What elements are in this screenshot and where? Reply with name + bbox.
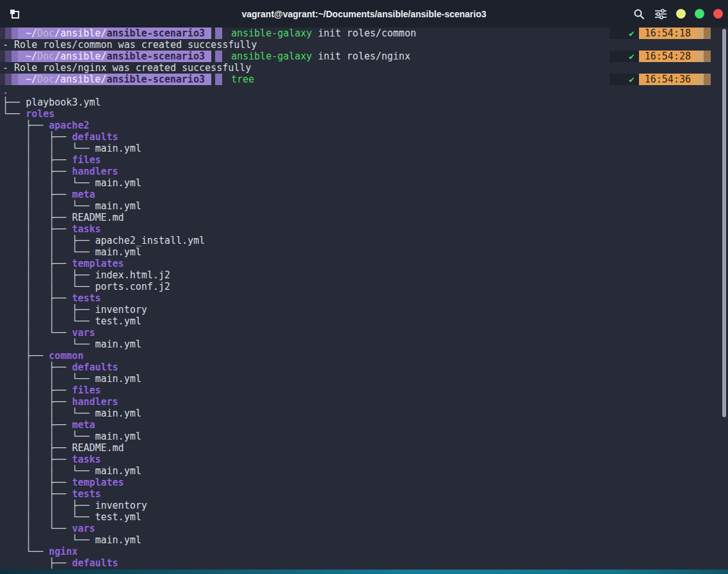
tree-entry-name: defaults (72, 362, 118, 373)
status-segment: ✔ (610, 28, 639, 39)
tree-row: └── roles (0, 108, 728, 120)
tree-entry-name: main.yml (95, 339, 142, 350)
command-line: tree (231, 74, 254, 85)
tree-row: │ └── main.yml (0, 339, 728, 350)
tree-entry-name: main.yml (95, 534, 142, 546)
tree-entry-name: templates (72, 477, 124, 488)
tree-row: │ ├── handlers (0, 396, 728, 408)
success-check-icon: ✔ (629, 74, 634, 85)
search-button[interactable] (628, 3, 650, 25)
tree-entry-name: roles (26, 108, 54, 120)
tree-entry-name: vars (72, 523, 95, 534)
tree-row: ├── apache2 (0, 120, 728, 131)
terminal-screen[interactable]: ~/Doc/ansible/ansible-scenario3 ansible-… (0, 28, 728, 570)
success-check-icon: ✔ (629, 28, 634, 39)
tree-entry-name: files (72, 154, 101, 166)
tree-entry-name: test.yml (95, 511, 142, 523)
tree-branch-glyphs: │ │ ├── (3, 269, 95, 281)
timestamp: 16:54:36 (639, 74, 697, 85)
tree-entry-name: defaults (72, 131, 118, 143)
window-title: vagrant@vagrant:~/Documents/ansible/ansi… (0, 9, 728, 19)
tree-row: │ └── main.yml (0, 534, 728, 546)
tree-branch-glyphs: │ ├── (3, 385, 72, 396)
tree-row: ├── playbook3.yml (0, 97, 728, 108)
tree-branch-glyphs: │ ├── (3, 212, 72, 223)
titlebar-actions (628, 0, 728, 28)
tree-branch-glyphs: │ ├── (3, 488, 72, 500)
tree-entry-name: playbook3.yml (26, 97, 101, 108)
tree-branch-glyphs: │ ├── (3, 454, 72, 465)
time-fade-segment (704, 51, 711, 62)
tree-row: │ ├── handlers (0, 166, 728, 177)
tree-row: │ │ ├── apache2_install.yml (0, 235, 728, 246)
tree-branch-glyphs: ├── (3, 557, 72, 569)
tree-row: │ ├── templates (0, 477, 728, 488)
tree-entry-name: inventory (95, 304, 147, 315)
command-line: ansible-galaxy init roles/common (231, 28, 416, 39)
tree-branch-glyphs: │ ├── (3, 442, 72, 454)
command-output-row: - Role roles/common was created successf… (0, 39, 728, 51)
tree-row: │ ├── tests (0, 292, 728, 304)
tree-row: │ │ └── main.yml (0, 246, 728, 258)
tree-branch-glyphs: │ │ └── (3, 465, 95, 477)
tree-row: └── nginx (0, 546, 728, 557)
command-args: init roles/common (312, 28, 416, 39)
prompt-right-status: ✔ 16:54:36 (610, 74, 711, 85)
scrollbar-thumb[interactable] (722, 29, 726, 417)
tree-row: │ │ └── main.yml (0, 465, 728, 477)
timestamp: 16:54:18 (639, 28, 697, 39)
tree-branch-glyphs: │ │ ├── (3, 235, 95, 246)
tree-branch-glyphs: │ │ ├── (3, 304, 95, 315)
tree-row: │ │ ├── inventory (0, 304, 728, 315)
tree-entry-name: templates (72, 258, 124, 269)
tree-branch-glyphs: ├── (3, 97, 26, 108)
tree-branch-glyphs: │ ├── (3, 396, 72, 408)
tree-entry-name: apache2_install.yml (95, 235, 206, 246)
prompt-fade-segment (5, 74, 12, 85)
tree-branch-glyphs: │ ├── (3, 189, 72, 200)
minimize-button[interactable] (676, 9, 686, 19)
time-fade-segment (697, 74, 704, 85)
tree-row: . (0, 85, 728, 97)
close-button[interactable] (713, 9, 723, 19)
prompt-path: ~/Doc/ansible/ansible-scenario3 (18, 74, 211, 85)
tree-row: │ ├── tests (0, 488, 728, 500)
tree-row: │ ├── tasks (0, 454, 728, 465)
tree-entry-name: test.yml (95, 315, 142, 327)
tree-branch-glyphs: │ ├── (3, 131, 72, 143)
tree-row: │ │ └── main.yml (0, 177, 728, 189)
preferences-button[interactable] (650, 3, 672, 25)
tree-row: │ │ ├── inventory (0, 500, 728, 511)
tree-entry-name: nginx (49, 546, 77, 557)
tree-row: ├── common (0, 350, 728, 362)
prompt-fade-segment (12, 28, 18, 39)
tree-branch-glyphs: │ └── (3, 327, 72, 339)
maximize-button[interactable] (695, 9, 704, 19)
tree-entry-name: tests (72, 292, 101, 304)
prompt-end-segment (215, 74, 222, 85)
time-fade-segment (697, 51, 704, 62)
output-text: - Role roles/common was created successf… (3, 39, 257, 51)
tree-branch-glyphs: │ ├── (3, 292, 72, 304)
tree-entry-name: common (49, 350, 83, 362)
tree-branch-glyphs: │ ├── (3, 154, 72, 166)
tree-entry-name: handlers (72, 396, 118, 408)
tree-entry-name: main.yml (95, 177, 142, 189)
time-fade-segment (704, 28, 711, 39)
tree-row: │ │ └── main.yml (0, 143, 728, 154)
tree-row: │ │ └── main.yml (0, 373, 728, 385)
command-name: ansible-galaxy (231, 28, 312, 39)
tree-branch-glyphs: │ ├── (3, 166, 72, 177)
time-fade-segment (697, 28, 704, 39)
command-name: tree (231, 74, 254, 85)
tree-row: │ ├── files (0, 154, 728, 166)
tree-entry-name: meta (72, 419, 95, 431)
titlebar: vagrant@vagrant:~/Documents/ansible/ansi… (0, 0, 728, 28)
tree-branch-glyphs: ├── (3, 120, 49, 131)
tree-branch-glyphs: │ └── (3, 339, 95, 350)
tree-branch-glyphs: │ └── (3, 534, 95, 546)
tree-branch-glyphs: │ ├── (3, 258, 72, 269)
tree-row: │ │ └── main.yml (0, 431, 728, 442)
tree-branch-glyphs: └── (3, 546, 49, 557)
command-output-row: - Role roles/nginx was created successfu… (0, 62, 728, 74)
